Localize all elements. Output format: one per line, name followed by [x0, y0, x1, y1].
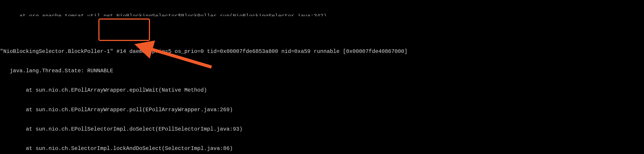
- terminal-output: at org.apache.tomcat.util.net.NioBlockin…: [0, 0, 644, 154]
- stack-line: at org.apache.tomcat.util.net.NioBlockin…: [0, 13, 644, 16]
- stack-line: at sun.nio.ch.EPollSelectorImpl.doSelect…: [0, 126, 644, 133]
- blank-line: [0, 29, 644, 36]
- thread-header: "NioBlockingSelector.BlockPoller-1" #14 …: [0, 48, 644, 55]
- stack-line: at sun.nio.ch.SelectorImpl.lockAndDoSele…: [0, 145, 644, 152]
- stack-line: at sun.nio.ch.EPollArrayWrapper.epollWai…: [0, 87, 644, 94]
- stack-line: at sun.nio.ch.EPollArrayWrapper.poll(EPo…: [0, 107, 644, 113]
- thread-state: java.lang.Thread.State: RUNNABLE: [0, 68, 644, 74]
